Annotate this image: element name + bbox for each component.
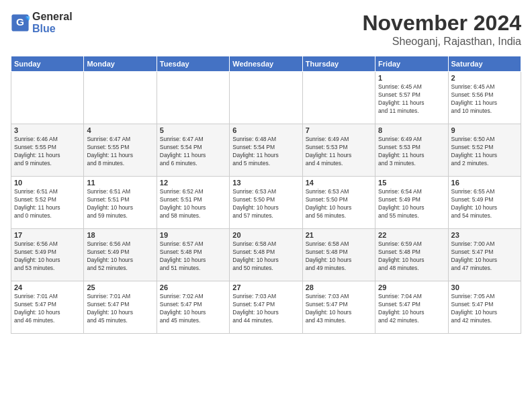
calendar-row: 10Sunrise: 6:51 AM Sunset: 5:52 PM Dayli… <box>11 177 521 229</box>
day-number: 1 <box>378 74 445 82</box>
cell-content: Sunrise: 6:55 AM Sunset: 5:49 PM Dayligh… <box>451 188 518 220</box>
logo-icon: G <box>11 13 30 32</box>
col-header-wednesday: Wednesday <box>230 56 302 72</box>
calendar-cell: 9Sunrise: 6:50 AM Sunset: 5:52 PM Daylig… <box>448 124 521 177</box>
calendar-cell: 28Sunrise: 7:03 AM Sunset: 5:47 PM Dayli… <box>302 281 375 334</box>
calendar-row: 1Sunrise: 6:45 AM Sunset: 5:57 PM Daylig… <box>11 72 521 124</box>
cell-content: Sunrise: 6:58 AM Sunset: 5:48 PM Dayligh… <box>306 240 372 273</box>
calendar-cell: 24Sunrise: 7:01 AM Sunset: 5:47 PM Dayli… <box>11 281 84 334</box>
day-number: 3 <box>14 126 81 134</box>
calendar-cell <box>230 72 302 124</box>
day-number: 26 <box>160 283 226 291</box>
day-number: 13 <box>232 179 299 187</box>
cell-content: Sunrise: 7:05 AM Sunset: 5:47 PM Dayligh… <box>451 293 518 325</box>
calendar-cell <box>157 72 229 124</box>
cell-content: Sunrise: 6:45 AM Sunset: 5:57 PM Dayligh… <box>378 83 445 116</box>
col-header-sunday: Sunday <box>11 56 84 72</box>
cell-content: Sunrise: 6:56 AM Sunset: 5:49 PM Dayligh… <box>14 240 81 273</box>
calendar-row: 3Sunrise: 6:46 AM Sunset: 5:55 PM Daylig… <box>11 124 521 177</box>
cell-content: Sunrise: 7:03 AM Sunset: 5:47 PM Dayligh… <box>232 293 299 325</box>
calendar-cell <box>302 72 375 124</box>
calendar-cell: 13Sunrise: 6:53 AM Sunset: 5:50 PM Dayli… <box>230 177 302 229</box>
calendar-cell: 29Sunrise: 7:04 AM Sunset: 5:47 PM Dayli… <box>375 281 448 334</box>
day-number: 20 <box>232 231 299 239</box>
day-number: 25 <box>87 283 153 291</box>
col-header-friday: Friday <box>375 56 448 72</box>
calendar-cell: 10Sunrise: 6:51 AM Sunset: 5:52 PM Dayli… <box>11 177 84 229</box>
cell-content: Sunrise: 6:57 AM Sunset: 5:48 PM Dayligh… <box>160 240 226 273</box>
col-header-saturday: Saturday <box>448 56 521 72</box>
day-number: 23 <box>451 231 518 239</box>
calendar-cell: 1Sunrise: 6:45 AM Sunset: 5:57 PM Daylig… <box>375 72 448 124</box>
cell-content: Sunrise: 6:49 AM Sunset: 5:53 PM Dayligh… <box>378 136 445 168</box>
day-number: 24 <box>14 283 81 291</box>
day-number: 7 <box>306 126 372 134</box>
day-number: 8 <box>378 126 445 134</box>
svg-text:G: G <box>16 16 24 28</box>
day-number: 27 <box>232 283 299 291</box>
day-number: 16 <box>451 179 518 187</box>
day-number: 2 <box>451 74 518 82</box>
day-number: 14 <box>306 179 372 187</box>
day-number: 17 <box>14 231 81 239</box>
cell-content: Sunrise: 6:53 AM Sunset: 5:50 PM Dayligh… <box>232 188 299 220</box>
calendar-cell: 3Sunrise: 6:46 AM Sunset: 5:55 PM Daylig… <box>11 124 84 177</box>
cell-content: Sunrise: 6:49 AM Sunset: 5:53 PM Dayligh… <box>306 136 372 168</box>
calendar-cell: 27Sunrise: 7:03 AM Sunset: 5:47 PM Dayli… <box>230 281 302 334</box>
cell-content: Sunrise: 6:54 AM Sunset: 5:49 PM Dayligh… <box>378 188 445 220</box>
cell-content: Sunrise: 6:56 AM Sunset: 5:49 PM Dayligh… <box>87 240 153 273</box>
calendar-cell <box>84 72 157 124</box>
cell-content: Sunrise: 7:01 AM Sunset: 5:47 PM Dayligh… <box>14 293 81 325</box>
day-number: 12 <box>160 179 226 187</box>
cell-content: Sunrise: 7:02 AM Sunset: 5:47 PM Dayligh… <box>160 293 226 325</box>
day-number: 10 <box>14 179 81 187</box>
col-header-thursday: Thursday <box>302 56 375 72</box>
day-number: 11 <box>87 179 153 187</box>
col-header-monday: Monday <box>84 56 157 72</box>
cell-content: Sunrise: 6:45 AM Sunset: 5:56 PM Dayligh… <box>451 83 518 116</box>
day-number: 29 <box>378 283 445 291</box>
day-number: 9 <box>451 126 518 134</box>
cell-content: Sunrise: 7:03 AM Sunset: 5:47 PM Dayligh… <box>306 293 372 325</box>
calendar-cell: 6Sunrise: 6:48 AM Sunset: 5:54 PM Daylig… <box>230 124 302 177</box>
month-title: November 2024 <box>362 11 521 36</box>
cell-content: Sunrise: 6:50 AM Sunset: 5:52 PM Dayligh… <box>451 136 518 168</box>
cell-content: Sunrise: 6:47 AM Sunset: 5:54 PM Dayligh… <box>160 136 226 168</box>
calendar-cell: 5Sunrise: 6:47 AM Sunset: 5:54 PM Daylig… <box>157 124 229 177</box>
cell-content: Sunrise: 6:58 AM Sunset: 5:48 PM Dayligh… <box>232 240 299 273</box>
cell-content: Sunrise: 7:00 AM Sunset: 5:47 PM Dayligh… <box>451 240 518 273</box>
cell-content: Sunrise: 6:46 AM Sunset: 5:55 PM Dayligh… <box>14 136 81 168</box>
calendar-cell: 21Sunrise: 6:58 AM Sunset: 5:48 PM Dayli… <box>302 229 375 281</box>
calendar-cell: 25Sunrise: 7:01 AM Sunset: 5:47 PM Dayli… <box>84 281 157 334</box>
calendar-cell: 14Sunrise: 6:53 AM Sunset: 5:50 PM Dayli… <box>302 177 375 229</box>
calendar-cell: 15Sunrise: 6:54 AM Sunset: 5:49 PM Dayli… <box>375 177 448 229</box>
calendar-cell <box>11 72 84 124</box>
day-number: 18 <box>87 231 153 239</box>
cell-content: Sunrise: 6:47 AM Sunset: 5:55 PM Dayligh… <box>87 136 153 168</box>
cell-content: Sunrise: 6:59 AM Sunset: 5:48 PM Dayligh… <box>378 240 445 273</box>
day-number: 22 <box>378 231 445 239</box>
calendar-cell: 12Sunrise: 6:52 AM Sunset: 5:51 PM Dayli… <box>157 177 229 229</box>
day-number: 5 <box>160 126 226 134</box>
cell-content: Sunrise: 6:53 AM Sunset: 5:50 PM Dayligh… <box>306 188 372 220</box>
calendar-row: 17Sunrise: 6:56 AM Sunset: 5:49 PM Dayli… <box>11 229 521 281</box>
calendar-cell: 8Sunrise: 6:49 AM Sunset: 5:53 PM Daylig… <box>375 124 448 177</box>
cell-content: Sunrise: 6:52 AM Sunset: 5:51 PM Dayligh… <box>160 188 226 220</box>
calendar-cell: 20Sunrise: 6:58 AM Sunset: 5:48 PM Dayli… <box>230 229 302 281</box>
calendar-cell: 16Sunrise: 6:55 AM Sunset: 5:49 PM Dayli… <box>448 177 521 229</box>
day-number: 4 <box>87 126 153 134</box>
cell-content: Sunrise: 6:51 AM Sunset: 5:52 PM Dayligh… <box>14 188 81 220</box>
cell-content: Sunrise: 7:01 AM Sunset: 5:47 PM Dayligh… <box>87 293 153 325</box>
calendar-cell: 11Sunrise: 6:51 AM Sunset: 5:51 PM Dayli… <box>84 177 157 229</box>
calendar-table: SundayMondayTuesdayWednesdayThursdayFrid… <box>11 56 521 334</box>
logo: G General Blue <box>11 11 73 34</box>
cell-content: Sunrise: 6:48 AM Sunset: 5:54 PM Dayligh… <box>232 136 299 168</box>
cell-content: Sunrise: 7:04 AM Sunset: 5:47 PM Dayligh… <box>378 293 445 325</box>
day-number: 30 <box>451 283 518 291</box>
calendar-cell: 19Sunrise: 6:57 AM Sunset: 5:48 PM Dayli… <box>157 229 229 281</box>
calendar-cell: 26Sunrise: 7:02 AM Sunset: 5:47 PM Dayli… <box>157 281 229 334</box>
title-block: November 2024 Sheoganj, Rajasthan, India <box>362 11 521 48</box>
location: Sheoganj, Rajasthan, India <box>362 36 521 48</box>
calendar-cell: 17Sunrise: 6:56 AM Sunset: 5:49 PM Dayli… <box>11 229 84 281</box>
page-header: G General Blue November 2024 Sheoganj, R… <box>11 11 521 48</box>
